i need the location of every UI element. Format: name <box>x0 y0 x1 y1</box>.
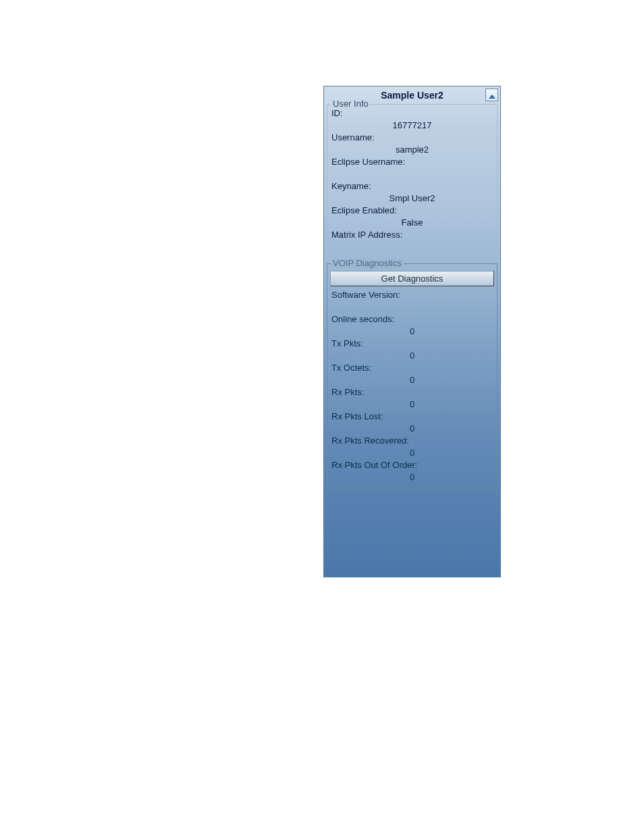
rx-pkts-out-of-order-label: Rx Pkts Out Of Order: <box>330 459 494 471</box>
rx-pkts-recovered-value: 0 <box>330 447 494 459</box>
eclipse-enabled-label: Eclipse Enabled: <box>330 205 494 217</box>
eclipse-username-label: Eclipse Username: <box>330 156 494 168</box>
id-label: ID: <box>330 107 494 120</box>
voip-diagnostics-fieldset: VOIP Diagnostics Get Diagnostics Softwar… <box>327 263 498 490</box>
voip-diagnostics-legend: VOIP Diagnostics <box>331 258 404 268</box>
rx-pkts-label: Rx Pkts: <box>330 386 494 398</box>
svg-marker-0 <box>489 95 495 99</box>
id-value: 16777217 <box>330 120 494 132</box>
software-version-value <box>330 301 494 313</box>
keyname-label: Keyname: <box>330 180 494 192</box>
user-info-fieldset: User Info ID: 16777217 Username: sample2… <box>327 104 498 259</box>
username-value: sample2 <box>330 144 494 156</box>
eclipse-enabled-value: False <box>330 217 494 229</box>
rx-pkts-value: 0 <box>330 398 494 411</box>
eclipse-username-value <box>330 168 494 180</box>
keyname-value: Smpl User2 <box>330 192 494 205</box>
collapse-button[interactable] <box>485 88 498 101</box>
matrix-ip-value <box>330 241 494 253</box>
username-label: Username: <box>330 132 494 144</box>
user-diagnostics-panel: Sample User2 User Info ID: 16777217 User… <box>323 86 501 577</box>
software-version-label: Software Version: <box>330 289 494 301</box>
tx-pkts-label: Tx Pkts: <box>330 338 494 350</box>
get-diagnostics-button[interactable]: Get Diagnostics <box>330 271 494 286</box>
tx-octets-value: 0 <box>330 374 494 386</box>
tx-octets-label: Tx Octets: <box>330 362 494 374</box>
rx-pkts-out-of-order-value: 0 <box>330 471 494 484</box>
online-seconds-label: Online seconds: <box>330 313 494 325</box>
rx-pkts-recovered-label: Rx Pkts Recovered: <box>330 435 494 447</box>
triangle-up-icon <box>489 89 495 101</box>
online-seconds-value: 0 <box>330 325 494 338</box>
rx-pkts-lost-value: 0 <box>330 423 494 435</box>
tx-pkts-value: 0 <box>330 350 494 362</box>
matrix-ip-label: Matrix IP Address: <box>330 229 494 241</box>
rx-pkts-lost-label: Rx Pkts Lost: <box>330 411 494 423</box>
panel-title: Sample User2 <box>381 90 444 101</box>
user-info-legend: User Info <box>331 99 371 109</box>
